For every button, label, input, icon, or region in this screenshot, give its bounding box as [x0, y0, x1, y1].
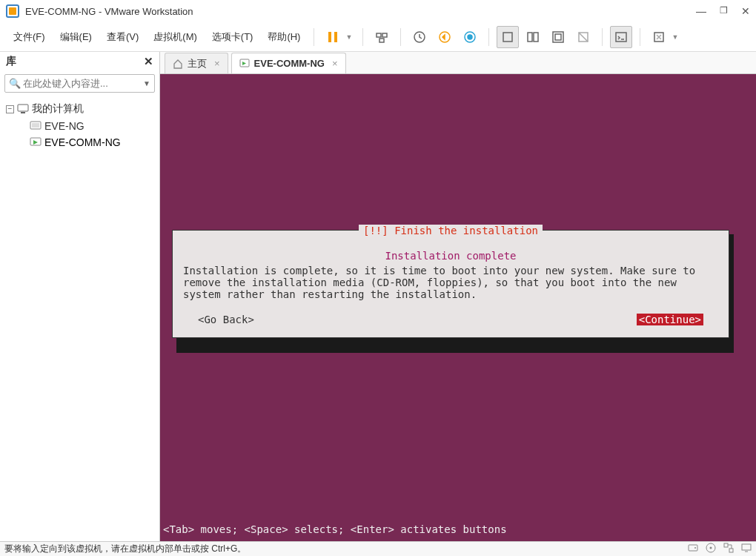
- continue-button[interactable]: <Continue>: [637, 314, 703, 325]
- svg-line-17: [579, 33, 588, 42]
- installer-dialog: [!!] Finish the installation Installatio…: [172, 230, 729, 338]
- separator: [602, 28, 603, 46]
- svg-rect-11: [503, 33, 512, 42]
- separator: [400, 28, 401, 46]
- cd-icon[interactable]: [706, 543, 716, 555]
- tab-vm[interactable]: EVE-COMM-NG ×: [231, 53, 346, 73]
- minimize-button[interactable]: —: [696, 5, 706, 17]
- send-ctrl-alt-del-button[interactable]: [371, 26, 393, 48]
- svg-rect-1: [9, 7, 16, 15]
- view-multi-button[interactable]: [522, 26, 544, 48]
- menu-view[interactable]: 查看(V): [101, 27, 145, 47]
- tree-root[interactable]: − 我的计算机: [3, 100, 156, 118]
- tab-label: EVE-COMM-NG: [254, 58, 325, 69]
- separator: [488, 28, 489, 46]
- svg-rect-21: [21, 112, 25, 113]
- svg-rect-3: [334, 32, 337, 42]
- home-icon: [173, 59, 183, 69]
- menu-edit[interactable]: 编辑(E): [54, 27, 98, 47]
- statusbar: 要将输入定向到该虚拟机，请在虚拟机内部单击或按 Ctrl+G。: [0, 541, 756, 556]
- keyboard-hint: <Tab> moves; <Space> selects; <Enter> ac…: [163, 523, 507, 535]
- window-title: EVE-COMM-NG - VMware Workstation: [25, 6, 696, 17]
- svg-rect-18: [616, 33, 626, 42]
- content-area: 主页 × EVE-COMM-NG × [!!] Finish the insta…: [160, 52, 756, 541]
- tree-root-label: 我的计算机: [32, 102, 84, 116]
- go-back-button[interactable]: <Go Back>: [198, 314, 254, 325]
- menu-file[interactable]: 文件(F): [7, 27, 51, 47]
- tab-close-button[interactable]: ×: [214, 58, 220, 69]
- svg-point-29: [710, 547, 712, 549]
- menu-help[interactable]: 帮助(H): [262, 27, 306, 47]
- chevron-down-icon[interactable]: ▼: [672, 33, 678, 41]
- window-controls: — ❐ ✕: [696, 5, 750, 17]
- disk-icon[interactable]: [688, 543, 698, 555]
- library-sidebar: 库 ✕ 🔍 ▼ − 我的计算机 EVE-NG: [0, 52, 160, 541]
- network-icon[interactable]: [723, 543, 734, 555]
- app-icon: [6, 4, 19, 18]
- separator: [314, 28, 314, 46]
- status-message: 要将输入定向到该虚拟机，请在虚拟机内部单击或按 Ctrl+G。: [4, 543, 688, 555]
- view-single-button[interactable]: [497, 26, 519, 48]
- console-button[interactable]: [610, 26, 632, 48]
- svg-rect-23: [32, 123, 39, 128]
- svg-rect-6: [379, 39, 384, 42]
- svg-rect-32: [742, 544, 751, 550]
- library-tree: − 我的计算机 EVE-NG EVE-COMM-NG: [0, 96, 159, 155]
- sidebar-title: 库: [6, 55, 16, 68]
- separator: [640, 28, 640, 46]
- separator: [362, 28, 363, 46]
- vm-running-icon: [30, 137, 42, 148]
- computer-icon: [17, 104, 29, 114]
- svg-point-27: [694, 547, 696, 549]
- maximize-button[interactable]: ❐: [720, 5, 728, 17]
- tab-label: 主页: [188, 57, 207, 70]
- tabs-row: 主页 × EVE-COMM-NG ×: [160, 52, 756, 74]
- menu-vm[interactable]: 虚拟机(M): [147, 27, 203, 47]
- search-input[interactable]: [4, 74, 155, 93]
- manage-snapshots-button[interactable]: [459, 26, 481, 48]
- sidebar-close-button[interactable]: ✕: [144, 55, 153, 68]
- vm-console[interactable]: [!!] Finish the installation Installatio…: [160, 74, 756, 541]
- sidebar-header: 库 ✕: [0, 52, 159, 71]
- tree-item-eve-comm-ng[interactable]: EVE-COMM-NG: [27, 134, 156, 150]
- vm-running-icon: [239, 59, 250, 69]
- svg-rect-12: [528, 33, 532, 42]
- chevron-down-icon[interactable]: ▼: [143, 79, 150, 87]
- svg-point-10: [468, 35, 472, 39]
- tab-close-button[interactable]: ×: [332, 58, 338, 69]
- menubar: 文件(F) 编辑(E) 查看(V) 虚拟机(M) 选项卡(T) 帮助(H) ▼ …: [0, 22, 756, 52]
- chevron-down-icon[interactable]: ▼: [345, 33, 352, 41]
- collapse-icon[interactable]: −: [6, 105, 14, 113]
- sidebar-search: 🔍 ▼: [4, 74, 155, 93]
- dialog-subtitle: Installation complete: [183, 250, 718, 262]
- tab-home[interactable]: 主页 ×: [165, 53, 228, 73]
- tree-item-label: EVE-NG: [44, 120, 84, 132]
- svg-rect-26: [689, 545, 697, 551]
- status-icons: [688, 543, 752, 555]
- tree-item-label: EVE-COMM-NG: [44, 136, 121, 148]
- close-button[interactable]: ✕: [741, 5, 750, 17]
- view-fullscreen-button[interactable]: [547, 26, 569, 48]
- search-icon: 🔍: [9, 78, 21, 89]
- main-area: 库 ✕ 🔍 ▼ − 我的计算机 EVE-NG: [0, 52, 756, 541]
- menu-tabs[interactable]: 选项卡(T): [206, 27, 259, 47]
- svg-rect-13: [534, 33, 538, 42]
- dialog-body: Installation is complete, so it is time …: [183, 265, 718, 300]
- svg-rect-15: [555, 34, 561, 40]
- svg-rect-31: [729, 549, 733, 552]
- titlebar: EVE-COMM-NG - VMware Workstation — ❐ ✕: [0, 0, 756, 22]
- vm-icon: [30, 121, 42, 131]
- revert-snapshot-button[interactable]: [434, 26, 456, 48]
- snapshot-button[interactable]: [408, 26, 431, 48]
- tree-item-eve-ng[interactable]: EVE-NG: [27, 118, 156, 134]
- unity-button[interactable]: [572, 26, 594, 48]
- svg-rect-5: [382, 33, 387, 37]
- svg-rect-30: [724, 543, 728, 547]
- svg-rect-2: [328, 32, 331, 42]
- stretch-button[interactable]: [648, 26, 670, 48]
- dialog-title: [!!] Finish the installation: [359, 225, 543, 236]
- display-icon[interactable]: [741, 543, 752, 555]
- svg-rect-20: [18, 105, 28, 111]
- pause-button[interactable]: [322, 26, 344, 48]
- svg-rect-14: [553, 32, 563, 42]
